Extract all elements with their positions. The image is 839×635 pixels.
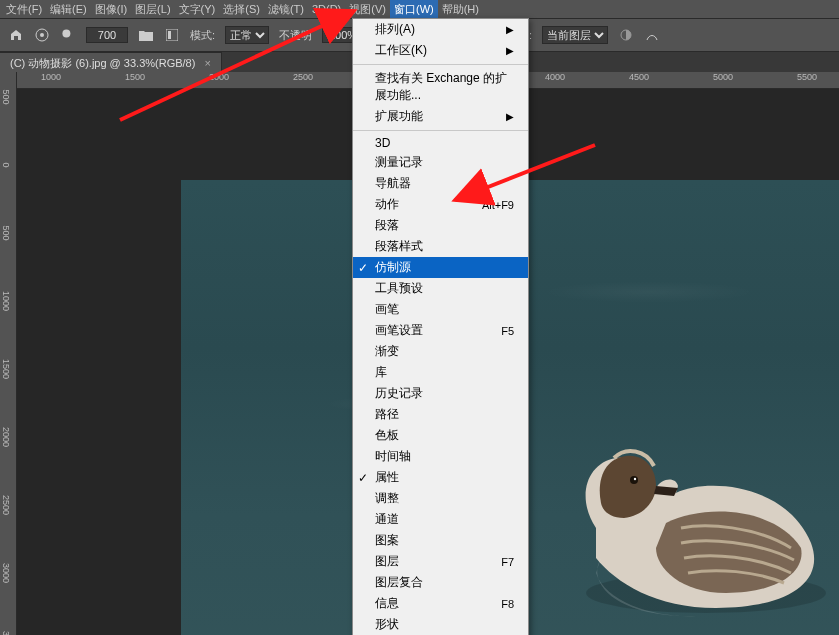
menu-entry-label: 形状 bbox=[375, 616, 399, 633]
menu-entry[interactable]: 扩展功能▶ bbox=[353, 106, 528, 127]
menu-entry[interactable]: ✓属性 bbox=[353, 467, 528, 488]
layers-adjust-icon[interactable] bbox=[618, 27, 634, 43]
menu-item[interactable]: 视图(V) bbox=[345, 0, 390, 19]
menu-entry[interactable]: 测量记录 bbox=[353, 152, 528, 173]
svg-point-7 bbox=[630, 476, 638, 484]
menu-item[interactable]: 编辑(E) bbox=[46, 0, 91, 19]
menu-entry[interactable]: 动作Alt+F9 bbox=[353, 194, 528, 215]
menu-item[interactable]: 文件(F) bbox=[2, 0, 46, 19]
blend-mode-select[interactable]: 正常 bbox=[225, 26, 269, 44]
check-icon: ✓ bbox=[358, 261, 368, 275]
menu-entry-label: 通道 bbox=[375, 511, 399, 528]
menu-entry[interactable]: 段落 bbox=[353, 215, 528, 236]
menu-item[interactable]: 图层(L) bbox=[131, 0, 174, 19]
menu-item[interactable]: 帮助(H) bbox=[438, 0, 483, 19]
menu-entry[interactable]: 画笔设置F5 bbox=[353, 320, 528, 341]
svg-rect-4 bbox=[168, 31, 171, 39]
menu-entry-label: 渐变 bbox=[375, 343, 399, 360]
menu-entry-label: 路径 bbox=[375, 406, 399, 423]
document-tab-title: (C) 动物摄影 (6).jpg @ 33.3%(RGB/8) bbox=[10, 57, 195, 69]
menu-bar: 文件(F)编辑(E)图像(I)图层(L)文字(Y)选择(S)滤镜(T)3D(D)… bbox=[0, 0, 839, 19]
svg-rect-3 bbox=[166, 29, 178, 41]
menu-item[interactable]: 滤镜(T) bbox=[264, 0, 308, 19]
menu-item[interactable]: 文字(Y) bbox=[175, 0, 220, 19]
pressure-icon[interactable] bbox=[644, 27, 660, 43]
svg-point-8 bbox=[634, 478, 636, 480]
tool-icon[interactable] bbox=[34, 27, 50, 43]
menu-entry-label: 图层复合 bbox=[375, 574, 423, 591]
ruler-tick: 5500 bbox=[797, 72, 817, 82]
close-icon[interactable]: × bbox=[204, 57, 210, 69]
ruler-tick: 0 bbox=[1, 162, 11, 167]
menu-entry-label: 画笔设置 bbox=[375, 322, 423, 339]
menu-entry[interactable]: 图案 bbox=[353, 530, 528, 551]
menu-entry[interactable]: 路径 bbox=[353, 404, 528, 425]
menu-entry-label: 查找有关 Exchange 的扩展功能... bbox=[375, 70, 514, 104]
submenu-arrow-icon: ▶ bbox=[506, 111, 514, 122]
menu-shortcut: F8 bbox=[501, 598, 514, 610]
menu-entry[interactable]: 库 bbox=[353, 362, 528, 383]
sample-select[interactable]: 当前图层 bbox=[542, 26, 608, 44]
menu-entry-label: 段落样式 bbox=[375, 238, 423, 255]
menu-entry[interactable]: 图层复合 bbox=[353, 572, 528, 593]
menu-entry[interactable]: 历史记录 bbox=[353, 383, 528, 404]
ruler-tick: 2500 bbox=[1, 495, 11, 515]
menu-entry-label: 色板 bbox=[375, 427, 399, 444]
menu-entry-label: 画笔 bbox=[375, 301, 399, 318]
menu-entry-label: 扩展功能 bbox=[375, 108, 423, 125]
ruler-tick: 5000 bbox=[713, 72, 733, 82]
menu-entry[interactable]: 形状 bbox=[353, 614, 528, 635]
menu-entry-label: 属性 bbox=[375, 469, 399, 486]
menu-entry-label: 图案 bbox=[375, 532, 399, 549]
brush-size-field[interactable]: 700 bbox=[86, 27, 128, 43]
menu-entry[interactable]: 段落样式 bbox=[353, 236, 528, 257]
menu-entry-label: 段落 bbox=[375, 217, 399, 234]
ruler-tick: 500 bbox=[1, 89, 11, 104]
menu-item[interactable]: 图像(I) bbox=[91, 0, 131, 19]
folder-icon[interactable] bbox=[138, 27, 154, 43]
check-icon: ✓ bbox=[358, 471, 368, 485]
menu-entry-label: 调整 bbox=[375, 490, 399, 507]
menu-entry[interactable]: 画笔 bbox=[353, 299, 528, 320]
panel-icon[interactable] bbox=[164, 27, 180, 43]
ruler-tick: 3000 bbox=[1, 563, 11, 583]
menu-entry[interactable]: 调整 bbox=[353, 488, 528, 509]
menu-entry[interactable]: 色板 bbox=[353, 425, 528, 446]
ruler-tick: 500 bbox=[1, 225, 11, 240]
ruler-tick: 3500 bbox=[1, 631, 11, 635]
menu-entry-label: 库 bbox=[375, 364, 387, 381]
menu-entry[interactable]: 通道 bbox=[353, 509, 528, 530]
menu-entry[interactable]: 时间轴 bbox=[353, 446, 528, 467]
menu-entry[interactable]: 排列(A)▶ bbox=[353, 19, 528, 40]
brush-preset-icon[interactable] bbox=[60, 27, 76, 43]
menu-entry[interactable]: 信息F8 bbox=[353, 593, 528, 614]
submenu-arrow-icon: ▶ bbox=[506, 24, 514, 35]
menu-entry-label: 工作区(K) bbox=[375, 42, 427, 59]
menu-entry[interactable]: ✓仿制源 bbox=[353, 257, 528, 278]
ruler-tick: 1000 bbox=[41, 72, 61, 82]
menu-entry[interactable]: 渐变 bbox=[353, 341, 528, 362]
menu-entry-label: 工具预设 bbox=[375, 280, 423, 297]
svg-point-2 bbox=[62, 29, 70, 37]
menu-item[interactable]: 3D(D) bbox=[308, 1, 345, 17]
menu-entry[interactable]: 查找有关 Exchange 的扩展功能... bbox=[353, 68, 528, 106]
ruler-tick: 4500 bbox=[629, 72, 649, 82]
menu-entry-label: 时间轴 bbox=[375, 448, 411, 465]
menu-entry[interactable]: 3D bbox=[353, 134, 528, 152]
menu-entry-label: 排列(A) bbox=[375, 21, 415, 38]
document-tab[interactable]: (C) 动物摄影 (6).jpg @ 33.3%(RGB/8) × bbox=[0, 52, 222, 74]
ruler-tick: 2000 bbox=[1, 427, 11, 447]
home-icon[interactable] bbox=[8, 27, 24, 43]
menu-item[interactable]: 选择(S) bbox=[219, 0, 264, 19]
menu-entry[interactable]: 导航器 bbox=[353, 173, 528, 194]
menu-entry-label: 导航器 bbox=[375, 175, 411, 192]
menu-item[interactable]: 窗口(W) bbox=[390, 0, 438, 19]
menu-shortcut: F5 bbox=[501, 325, 514, 337]
menu-entry-label: 测量记录 bbox=[375, 154, 423, 171]
menu-entry[interactable]: 工具预设 bbox=[353, 278, 528, 299]
vertical-ruler: 5000500100015002000250030003500 bbox=[0, 72, 17, 635]
menu-shortcut: F7 bbox=[501, 556, 514, 568]
menu-entry[interactable]: 图层F7 bbox=[353, 551, 528, 572]
svg-point-1 bbox=[40, 33, 44, 37]
menu-entry[interactable]: 工作区(K)▶ bbox=[353, 40, 528, 61]
